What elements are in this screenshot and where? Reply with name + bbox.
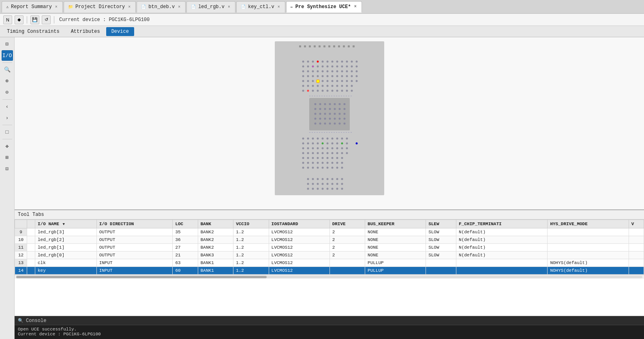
rect-tool-btn[interactable]: □ [2, 127, 13, 137]
svg-point-164 [307, 152, 309, 154]
svg-point-29 [321, 66, 323, 68]
save-btn[interactable]: 💾 [30, 15, 39, 24]
th-hys-drive[interactable]: HYS_DRIVE_MODE [548, 220, 629, 228]
svg-point-104 [314, 108, 316, 110]
th-f-chip-term[interactable]: F_CHIP_TERMINATI [456, 220, 548, 228]
sub-tab-attributes[interactable]: Attributes [66, 27, 105, 36]
th-bus-keeper[interactable]: BUS_KEEPER [365, 220, 426, 228]
cell-bus-keeper: NONE [365, 252, 426, 259]
svg-point-26 [307, 66, 309, 68]
sort-icon: ▼ [62, 222, 64, 226]
tab-led-rgb[interactable]: 📄led_rgb.v× [186, 1, 235, 13]
svg-point-94 [346, 90, 348, 92]
pan-btn[interactable]: ✥ [2, 141, 13, 151]
table-scroll-x[interactable] [15, 275, 644, 279]
svg-point-78 [321, 85, 323, 87]
tab-report-summary[interactable]: ⚠Report Summary× [2, 1, 63, 13]
svg-point-157 [321, 147, 323, 149]
svg-point-24 [355, 61, 357, 63]
svg-point-179 [331, 157, 333, 159]
table-row[interactable]: 14keyINPUT60BANK11.2LVCMOS12PULLUPNOHYS(… [15, 267, 644, 275]
th-iostandard[interactable]: IOSTANDARD [269, 220, 329, 228]
sub-tab-device[interactable]: Device [106, 27, 134, 36]
cell-bus-keeper: PULLUP [365, 267, 426, 275]
th-loc[interactable]: LOC [173, 220, 198, 228]
cell-f-chip-term [456, 259, 548, 267]
nav-left-btn[interactable]: ‹ [2, 101, 13, 112]
svg-point-32 [336, 66, 338, 68]
svg-point-114 [329, 113, 331, 115]
grid-btn[interactable]: ⊞ [2, 152, 13, 163]
zoom-fit-btn[interactable]: 🔍 [2, 64, 13, 75]
new-btn[interactable]: N [3, 15, 12, 24]
main-toolbar: N ◆ 💾 ↺ Current device : PGC1KG-6LPG100 [0, 14, 644, 26]
th-bank[interactable]: BANK [198, 220, 233, 228]
cell-io-direction: OUTPUT [96, 236, 173, 244]
svg-point-120 [324, 118, 326, 120]
svg-point-66 [321, 80, 323, 82]
tab-close-pre-synthesize[interactable]: × [353, 4, 357, 9]
cell-io-name: key [35, 267, 97, 275]
svg-point-202 [317, 178, 319, 180]
sub-tab-timing[interactable]: Timing Constraints [2, 27, 65, 36]
pin-btn[interactable]: ◆ [15, 15, 24, 24]
tab-close-report-summary[interactable]: × [54, 5, 58, 9]
sidebar-sep [2, 139, 12, 139]
th-vccio[interactable]: VCCIO [233, 220, 269, 228]
cell-f-chip-term: N(default) [456, 252, 548, 259]
table-row[interactable]: 13clkINPUT63BANK11.2LVCMOS12PULLUPNOHYS(… [15, 259, 644, 267]
svg-point-201 [312, 178, 314, 180]
tab-close-led-rgb[interactable]: × [227, 5, 231, 9]
cell-drive [329, 267, 365, 275]
tab-close-project-directory[interactable]: × [127, 5, 131, 9]
tab-project-directory[interactable]: 📁Project Directory× [64, 1, 136, 13]
svg-point-142 [302, 143, 304, 145]
zoom-out-btn[interactable]: ⊖ [2, 87, 13, 98]
svg-point-76 [312, 85, 314, 87]
svg-point-13 [302, 61, 304, 63]
tab-btn-deb[interactable]: 📄btn_deb.v× [137, 1, 186, 13]
tab-key-ctl[interactable]: 📄key_ctl.v× [236, 1, 285, 13]
refresh-btn[interactable]: ↺ [42, 15, 51, 24]
svg-point-121 [329, 118, 331, 120]
cell-bus-keeper: PULLUP [365, 259, 426, 267]
tab-icon-key-ctl: 📄 [241, 4, 246, 9]
tab-pre-synthesize[interactable]: ✏Pre Synthesize UCE*× [286, 1, 362, 13]
svg-point-163 [302, 152, 304, 154]
cell-io-direction: OUTPUT [96, 228, 173, 236]
zoom-in-btn[interactable]: ⊕ [2, 76, 13, 86]
fit-view-btn[interactable]: ⊟ [2, 39, 13, 49]
cell-io-name: led_rgb[0] [35, 252, 97, 259]
cell-drive: 2 [329, 236, 365, 244]
table-row[interactable]: 10led_rgb[2]OUTPUT36BANK21.2LVCMOS122NON… [15, 236, 644, 244]
svg-point-90 [326, 90, 328, 92]
nav-right-btn[interactable]: › [2, 113, 13, 123]
th-io-direction[interactable]: I/O DIRECTION [96, 220, 173, 228]
sidebar-sep [2, 99, 12, 100]
tab-close-key-ctl[interactable]: × [277, 5, 281, 9]
tab-label-led-rgb: led_rgb.v [198, 4, 225, 10]
th-io-name[interactable]: I/O NAME ▼ [35, 220, 97, 228]
io-btn[interactable]: I/O [2, 50, 13, 61]
svg-point-75 [307, 85, 309, 87]
svg-point-37 [302, 70, 304, 72]
cell-slew [426, 259, 456, 267]
svg-point-41 [321, 70, 323, 72]
toolbar-sep-2 [54, 16, 54, 23]
svg-point-20 [336, 61, 338, 63]
th-slew[interactable]: SLEW [426, 220, 456, 228]
th-drive[interactable]: DRIVE [329, 220, 365, 228]
tab-close-btn-deb[interactable]: × [177, 5, 181, 9]
table-body: 9led_rgb[3]OUTPUT35BANK21.2LVCMOS122NONE… [15, 228, 644, 275]
main-area: ⊟I/O🔍⊕⊖‹›□✥⊞⊡ [0, 37, 644, 339]
svg-point-95 [351, 90, 353, 92]
table-row[interactable]: 11led_rgb[1]OUTPUT27BANK21.2LVCMOS122NON… [15, 244, 644, 252]
cell-bank: BANK2 [198, 236, 233, 244]
th-v[interactable]: V [629, 220, 644, 228]
cell-iostandard: LVCMOS12 [269, 252, 329, 259]
svg-point-154 [307, 147, 309, 149]
table-row[interactable]: 9led_rgb[3]OUTPUT35BANK21.2LVCMOS122NONE… [15, 228, 644, 236]
extra-btn[interactable]: ⊡ [2, 164, 13, 174]
svg-point-72 [351, 80, 353, 82]
table-row[interactable]: 12led_rgb[0]OUTPUT21BANK31.2LVCMOS122NON… [15, 252, 644, 259]
